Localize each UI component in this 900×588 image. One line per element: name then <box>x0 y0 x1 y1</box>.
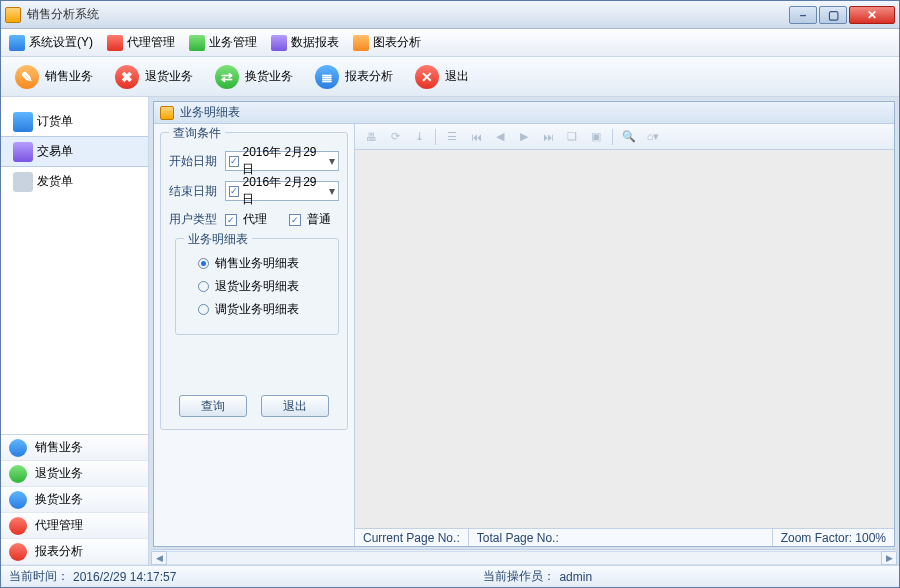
pen-icon <box>9 543 27 561</box>
chevron-down-icon[interactable]: ▾ <box>324 184 335 198</box>
menubar: 系统设置(Y) 代理管理 业务管理 数据报表 图表分析 <box>1 29 899 57</box>
start-date-label: 开始日期 <box>169 153 219 170</box>
exchange-icon: ⇄ <box>215 65 239 89</box>
status-operator: 当前操作员： admin <box>483 568 592 585</box>
exit-button[interactable]: 退出 <box>261 395 329 417</box>
sidebar-item-shipping[interactable]: 发货单 <box>1 167 148 196</box>
goto-icon[interactable]: ❏ <box>564 129 580 145</box>
next-page-icon[interactable]: ▶ <box>516 129 532 145</box>
query-button[interactable]: 查询 <box>179 395 247 417</box>
horizontal-scrollbar[interactable]: ◀ ▶ <box>151 549 897 565</box>
titlebar: 销售分析系统 – ▢ ✕ <box>1 1 899 29</box>
detail-groupbox: 业务明细表 销售业务明细表 退货业务明细表 调货业务明细表 <box>175 238 339 335</box>
agent-label: 代理 <box>243 211 267 228</box>
sidebar: 订货单 交易单 发货单 销售业务 退货业务 换货业务 代理管理 报表分析 <box>1 97 149 565</box>
refresh-icon[interactable]: ⟳ <box>387 129 403 145</box>
last-page-icon[interactable]: ⏭ <box>540 129 556 145</box>
tb-exit[interactable]: ✕退出 <box>409 63 475 91</box>
shipping-icon <box>13 172 33 192</box>
radio-sales-detail[interactable]: 销售业务明细表 <box>184 255 330 272</box>
query-legend: 查询条件 <box>169 125 225 142</box>
stop-icon[interactable]: ▣ <box>588 129 604 145</box>
current-page-label: Current Page No.: <box>355 529 469 546</box>
exit-icon: ✕ <box>415 65 439 89</box>
minimize-button[interactable]: – <box>789 6 817 24</box>
first-page-icon[interactable]: ⏮ <box>468 129 484 145</box>
radio-returns-detail[interactable]: 退货业务明细表 <box>184 278 330 295</box>
toolbar: ✎销售业务 ✖退货业务 ⇄换货业务 ≣报表分析 ✕退出 <box>1 57 899 97</box>
start-date-row: 开始日期 ✓2016年 2月29日 ▾ <box>169 151 339 171</box>
report-icon: ≣ <box>315 65 339 89</box>
tb-exchange[interactable]: ⇄换货业务 <box>209 63 299 91</box>
gear-icon <box>9 35 25 51</box>
stack-agent[interactable]: 代理管理 <box>1 513 148 539</box>
radio-transfer-detail[interactable]: 调货业务明细表 <box>184 301 330 318</box>
total-page-label: Total Page No.: <box>469 529 773 546</box>
menu-system[interactable]: 系统设置(Y) <box>9 34 93 51</box>
sidebar-item-order[interactable]: 订货单 <box>1 107 148 136</box>
end-date-check[interactable]: ✓ <box>229 186 239 197</box>
start-date-picker[interactable]: ✓2016年 2月29日 ▾ <box>225 151 339 171</box>
tb-report[interactable]: ≣报表分析 <box>309 63 399 91</box>
report-toolbar: 🖶 ⟳ ⤓ ☰ ⏮ ◀ ▶ ⏭ ❏ ▣ 🔍 <box>355 124 894 150</box>
query-groupbox: 查询条件 开始日期 ✓2016年 2月29日 ▾ 结束日期 <box>160 132 348 430</box>
close-button[interactable]: ✕ <box>849 6 895 24</box>
stack-report[interactable]: 报表分析 <box>1 539 148 565</box>
menu-agent[interactable]: 代理管理 <box>107 34 175 51</box>
find-icon[interactable]: 🔍 <box>621 129 637 145</box>
report-canvas[interactable] <box>355 150 894 528</box>
print-icon[interactable]: 🖶 <box>363 129 379 145</box>
stack-returns[interactable]: 退货业务 <box>1 461 148 487</box>
separator <box>435 129 436 145</box>
content: 订货单 交易单 发货单 销售业务 退货业务 换货业务 代理管理 报表分析 业务明… <box>1 97 899 565</box>
child-titlebar: 业务明细表 <box>154 102 894 124</box>
app-icon <box>5 7 21 23</box>
radio-icon <box>198 281 209 292</box>
start-date-check[interactable]: ✓ <box>229 156 239 167</box>
user-type-label: 用户类型 <box>169 211 219 228</box>
agent-checkbox[interactable]: ✓ <box>225 214 237 226</box>
pencil-icon: ✎ <box>15 65 39 89</box>
query-panel: 查询条件 开始日期 ✓2016年 2月29日 ▾ 结束日期 <box>154 124 354 546</box>
report-icon <box>271 35 287 51</box>
scroll-right-icon[interactable]: ▶ <box>881 551 897 565</box>
menu-chart[interactable]: 图表分析 <box>353 34 421 51</box>
end-date-row: 结束日期 ✓2016年 2月29日 ▾ <box>169 181 339 201</box>
tree-icon[interactable]: ☰ <box>444 129 460 145</box>
chevron-down-icon[interactable]: ▾ <box>324 154 335 168</box>
query-buttons: 查询 退出 <box>169 395 339 417</box>
tb-sales[interactable]: ✎销售业务 <box>9 63 99 91</box>
normal-label: 普通 <box>307 211 331 228</box>
stack-sales[interactable]: 销售业务 <box>1 435 148 461</box>
return-icon <box>9 465 27 483</box>
order-icon <box>13 112 33 132</box>
user-type-row: 用户类型 ✓ 代理 ✓ 普通 <box>169 211 339 228</box>
scroll-left-icon[interactable]: ◀ <box>151 551 167 565</box>
end-date-label: 结束日期 <box>169 183 219 200</box>
end-date-picker[interactable]: ✓2016年 2月29日 ▾ <box>225 181 339 201</box>
sidebar-top: 订货单 交易单 发货单 <box>1 97 148 434</box>
report-statusbar: Current Page No.: Total Page No.: Zoom F… <box>355 528 894 546</box>
app-window: 销售分析系统 – ▢ ✕ 系统设置(Y) 代理管理 业务管理 数据报表 图表分析… <box>0 0 900 588</box>
sidebar-stack: 销售业务 退货业务 换货业务 代理管理 报表分析 <box>1 434 148 565</box>
radio-icon <box>198 304 209 315</box>
pen-icon <box>9 517 27 535</box>
tb-returns[interactable]: ✖退货业务 <box>109 63 199 91</box>
separator <box>612 129 613 145</box>
menu-data-report[interactable]: 数据报表 <box>271 34 339 51</box>
maximize-button[interactable]: ▢ <box>819 6 847 24</box>
zoom-label: Zoom Factor: 100% <box>773 529 894 546</box>
child-icon <box>160 106 174 120</box>
normal-checkbox[interactable]: ✓ <box>289 214 301 226</box>
menu-business[interactable]: 业务管理 <box>189 34 257 51</box>
transaction-icon <box>13 142 33 162</box>
globe-icon <box>9 439 27 457</box>
check-icon <box>189 35 205 51</box>
export-icon[interactable]: ⤓ <box>411 129 427 145</box>
zoom-icon[interactable]: ⌂▾ <box>645 129 661 145</box>
scroll-track[interactable] <box>167 551 881 565</box>
prev-page-icon[interactable]: ◀ <box>492 129 508 145</box>
stack-exchange[interactable]: 换货业务 <box>1 487 148 513</box>
return-icon: ✖ <box>115 65 139 89</box>
sidebar-item-transaction[interactable]: 交易单 <box>1 136 148 167</box>
